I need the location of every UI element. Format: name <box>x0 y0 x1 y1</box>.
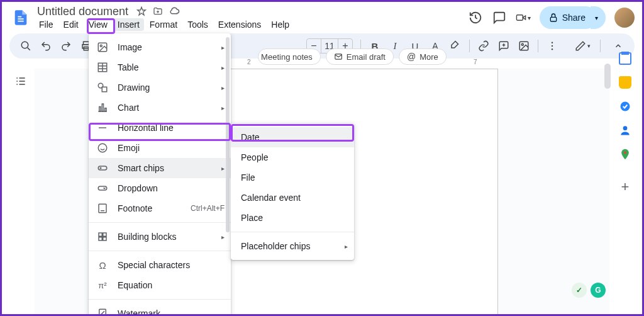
docs-logo[interactable] <box>9 6 32 29</box>
watermark-icon <box>96 307 109 316</box>
star-icon[interactable] <box>136 6 147 17</box>
insert-image[interactable]: Image▸ <box>89 37 231 57</box>
menu-extensions[interactable]: Extensions <box>214 18 265 31</box>
calendar-app-icon[interactable] <box>619 52 631 65</box>
grammarly-icon[interactable]: G <box>591 283 606 298</box>
menu-format[interactable]: Format <box>145 18 182 31</box>
document-title[interactable]: Untitled document <box>35 5 131 18</box>
svg-rect-1 <box>550 17 556 21</box>
smart-chip-date[interactable]: Date <box>231 127 354 147</box>
svg-point-25 <box>100 167 101 169</box>
insert-footnote[interactable]: FootnoteCtrl+Alt+F <box>89 198 231 218</box>
svg-point-10 <box>552 48 553 50</box>
avatar[interactable] <box>614 8 635 28</box>
cloud-status-icon[interactable] <box>169 6 180 17</box>
svg-rect-29 <box>103 233 106 236</box>
smart-chip-file[interactable]: File <box>231 167 354 188</box>
svg-rect-22 <box>105 108 106 111</box>
menu-tools[interactable]: Tools <box>183 18 213 31</box>
insert-emoji[interactable]: Emoji <box>89 138 231 158</box>
drawing-icon <box>96 81 109 94</box>
insert-building-blocks[interactable]: Building blocks▸ <box>89 227 231 247</box>
smart-chip-calendar[interactable]: Calendar event <box>231 188 354 208</box>
svg-point-2 <box>21 42 28 48</box>
chart-icon <box>96 101 109 114</box>
insert-smart-chips[interactable]: Smart chips▸ <box>89 158 231 178</box>
meet-icon[interactable]: ▾ <box>516 10 531 25</box>
search-icon[interactable] <box>17 37 35 55</box>
menu-view[interactable]: View <box>84 18 112 31</box>
svg-rect-30 <box>99 237 102 240</box>
share-caret[interactable]: ▾ <box>591 6 606 29</box>
svg-point-14 <box>624 151 626 154</box>
dropdown-icon <box>96 182 109 195</box>
svg-rect-31 <box>103 237 106 240</box>
chip-more[interactable]: @More <box>399 48 447 65</box>
chip-meeting-notes[interactable]: Meeting notes <box>258 48 321 65</box>
svg-rect-20 <box>99 107 101 112</box>
svg-rect-24 <box>98 166 107 170</box>
floating-actions: ✓ G <box>572 283 606 298</box>
svg-rect-27 <box>99 204 106 213</box>
smart-chips-submenu: Date People File Calendar event Place Pl… <box>231 123 354 260</box>
redo-icon[interactable] <box>57 37 75 55</box>
insert-chart[interactable]: Chart▸ <box>89 98 231 118</box>
maps-app-icon[interactable] <box>619 148 631 161</box>
highlight-icon[interactable] <box>447 37 464 55</box>
hr-icon <box>96 121 109 134</box>
menu-help[interactable]: Help <box>267 18 294 31</box>
svg-rect-0 <box>516 15 523 21</box>
menu-file[interactable]: File <box>35 18 58 31</box>
svg-point-23 <box>98 144 107 152</box>
move-icon[interactable] <box>152 6 164 17</box>
get-addons-icon[interactable]: + <box>615 177 635 197</box>
svg-point-7 <box>521 43 523 45</box>
insert-image-icon[interactable] <box>515 37 533 55</box>
svg-rect-28 <box>99 233 102 236</box>
insert-menu-dropdown: Image▸ Table▸ Drawing▸ Chart▸ Horizontal… <box>89 33 231 316</box>
more-icon[interactable] <box>543 37 561 55</box>
undo-icon[interactable] <box>37 37 55 55</box>
insert-dropdown[interactable]: Dropdown <box>89 178 231 198</box>
insert-link-icon[interactable] <box>475 37 492 55</box>
add-comment-icon[interactable] <box>495 37 513 55</box>
show-outline-button[interactable] <box>12 72 30 90</box>
comments-icon[interactable] <box>492 10 507 25</box>
omega-icon: Ω <box>96 259 109 271</box>
image-icon <box>96 41 109 54</box>
share-button[interactable]: Share <box>540 6 597 29</box>
footnote-icon <box>96 202 109 215</box>
svg-point-8 <box>552 42 553 43</box>
insert-watermark[interactable]: Watermark <box>89 303 231 316</box>
table-icon <box>96 61 109 74</box>
svg-point-16 <box>100 45 102 47</box>
svg-point-9 <box>552 45 553 47</box>
vertical-scrollbar[interactable] <box>604 64 612 308</box>
svg-rect-21 <box>102 104 103 111</box>
smart-chip-place[interactable]: Place <box>231 208 354 228</box>
insert-drawing[interactable]: Drawing▸ <box>89 77 231 98</box>
svg-rect-19 <box>102 87 107 92</box>
insert-equation[interactable]: π²Equation <box>89 275 231 295</box>
menu-insert[interactable]: Insert <box>113 18 144 31</box>
smart-chip-people[interactable]: People <box>231 147 354 167</box>
history-icon[interactable] <box>468 10 483 25</box>
chip-email-draft[interactable]: Email draft <box>326 48 394 65</box>
equation-icon: π² <box>96 279 109 291</box>
contacts-app-icon[interactable] <box>619 124 631 137</box>
smart-chips-icon <box>96 162 109 174</box>
keep-app-icon[interactable] <box>619 76 631 89</box>
editing-mode-icon[interactable]: ▾ <box>574 37 591 55</box>
menu-bar: File Edit View Insert Format Tools Exten… <box>35 18 294 31</box>
smart-chip-placeholder[interactable]: Placeholder chips▸ <box>231 236 354 256</box>
grammarly-badge-icon[interactable]: ✓ <box>572 283 587 298</box>
menu-scrollbar[interactable] <box>226 37 230 232</box>
insert-special-chars[interactable]: ΩSpecial characters <box>89 255 231 275</box>
share-label: Share <box>562 13 586 23</box>
menu-edit[interactable]: Edit <box>59 18 83 31</box>
building-blocks-icon <box>96 230 109 243</box>
insert-table[interactable]: Table▸ <box>89 57 231 77</box>
insert-hr[interactable]: Horizontal line <box>89 118 231 138</box>
emoji-icon <box>96 142 109 154</box>
tasks-app-icon[interactable] <box>619 100 631 113</box>
